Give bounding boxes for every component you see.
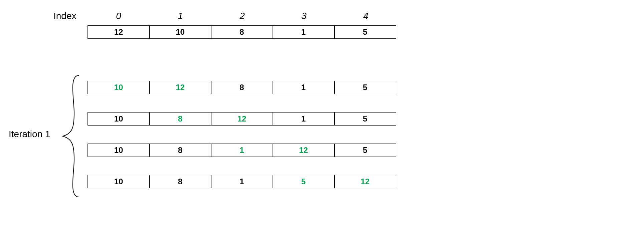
iteration-label: Iteration 1 bbox=[9, 129, 50, 140]
cell: 8 bbox=[149, 112, 211, 126]
cell: 5 bbox=[273, 175, 335, 188]
cell: 8 bbox=[211, 25, 273, 39]
cell: 12 bbox=[88, 25, 150, 39]
cell: 5 bbox=[334, 112, 396, 126]
index-4: 4 bbox=[335, 11, 397, 21]
cell: 1 bbox=[273, 25, 335, 39]
cell: 5 bbox=[334, 81, 396, 94]
index-1: 1 bbox=[149, 11, 211, 21]
index-0: 0 bbox=[88, 11, 150, 21]
cell: 12 bbox=[334, 175, 396, 188]
cell: 12 bbox=[273, 144, 335, 157]
cell: 10 bbox=[88, 112, 150, 126]
cell: 1 bbox=[273, 112, 335, 126]
brace-icon bbox=[59, 73, 82, 200]
cell: 8 bbox=[211, 81, 273, 94]
diagram-canvas: Index 0 1 2 3 4 12 10 8 1 5 10 12 8 1 5 … bbox=[0, 0, 644, 227]
cell: 5 bbox=[334, 25, 396, 39]
cell: 12 bbox=[211, 112, 273, 126]
array-row-initial: 12 10 8 1 5 bbox=[88, 25, 396, 39]
cell: 1 bbox=[273, 81, 335, 94]
array-row-step4: 10 8 1 5 12 bbox=[88, 175, 396, 188]
cell: 1 bbox=[211, 175, 273, 188]
cell: 12 bbox=[149, 81, 211, 94]
index-2: 2 bbox=[211, 11, 273, 21]
cell: 10 bbox=[88, 175, 150, 188]
cell: 10 bbox=[88, 81, 150, 94]
array-row-step2: 10 8 12 1 5 bbox=[88, 112, 396, 126]
array-row-step3: 10 8 1 12 5 bbox=[88, 144, 396, 157]
cell: 10 bbox=[88, 144, 150, 157]
cell: 8 bbox=[149, 175, 211, 188]
cell: 5 bbox=[334, 144, 396, 157]
cell: 8 bbox=[149, 144, 211, 157]
cell: 1 bbox=[211, 144, 273, 157]
index-header-label: Index bbox=[53, 11, 76, 21]
index-3: 3 bbox=[273, 11, 335, 21]
cell: 10 bbox=[149, 25, 211, 39]
array-row-step1: 10 12 8 1 5 bbox=[88, 81, 396, 94]
